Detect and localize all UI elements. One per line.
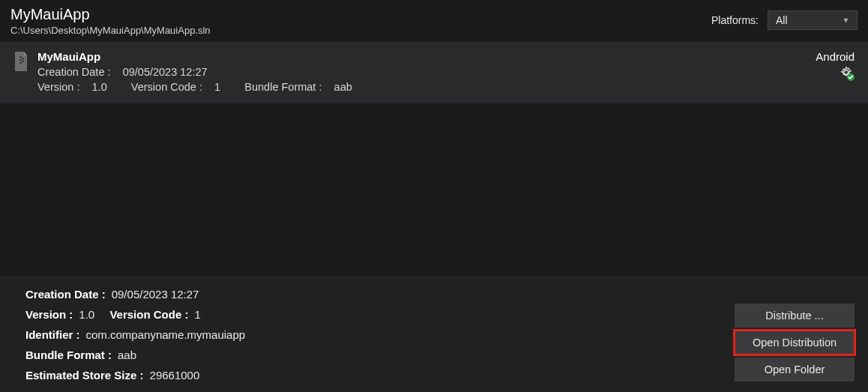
version-value: 1.0 — [92, 81, 107, 93]
detail-creation-date: Creation Date : 09/05/2023 12:27 — [25, 288, 245, 301]
detail-creation-date-value: 09/05/2023 12:27 — [112, 288, 199, 301]
creation-date-label: Creation Date : — [37, 66, 111, 78]
details-list: Creation Date : 09/05/2023 12:27 Version… — [25, 288, 245, 382]
open-distribution-button[interactable]: Open Distribution — [735, 331, 855, 355]
detail-version-row: Version : 1.0 Version Code : 1 — [25, 308, 245, 321]
details-panel: Creation Date : 09/05/2023 12:27 Version… — [0, 277, 868, 392]
distribute-button[interactable]: Distribute ... — [735, 304, 855, 328]
bundle-format-label: Bundle Format : — [244, 81, 322, 93]
detail-identifier: Identifier : com.companyname.mymauiapp — [25, 328, 245, 341]
detail-version-code-value: 1 — [194, 308, 200, 321]
open-folder-button[interactable]: Open Folder — [735, 358, 855, 382]
detail-estimated-size: Estimated Store Size : 29661000 — [25, 369, 245, 382]
detail-version-code-label: Version Code : — [109, 308, 188, 321]
archive-version-line: Version : 1.0 Version Code : 1 Bundle Fo… — [37, 81, 352, 93]
detail-estimated-size-value: 29661000 — [150, 369, 200, 382]
header: MyMauiApp C:\Users\Desktop\MyMauiApp\MyM… — [0, 0, 868, 43]
solution-path: C:\Users\Desktop\MyMauiApp\MyMauiApp.sln — [10, 25, 211, 36]
platforms-selected: All — [776, 14, 788, 26]
archive-name: MyMauiApp — [37, 50, 352, 63]
archive-info: MyMauiApp Creation Date : 09/05/2023 12:… — [37, 50, 352, 93]
app-title: MyMauiApp — [10, 6, 211, 23]
version-code-value: 1 — [214, 81, 220, 93]
archive-item[interactable]: MyMauiApp Creation Date : 09/05/2023 12:… — [0, 43, 868, 103]
platforms-label: Platforms: — [711, 14, 759, 26]
detail-version-value: 1.0 — [79, 308, 94, 321]
header-right: Platforms: All ▼ — [711, 10, 858, 30]
version-code-label: Version Code : — [131, 81, 202, 93]
svg-rect-0 — [19, 56, 22, 58]
svg-rect-1 — [22, 58, 24, 59]
detail-bundle-format-label: Bundle Format : — [25, 349, 112, 361]
detail-bundle-format-value: aab — [118, 349, 136, 361]
svg-rect-2 — [19, 59, 22, 61]
archive-file-icon — [13, 52, 28, 71]
bundle-format-value: aab — [334, 81, 352, 93]
actions-panel: Distribute ... Open Distribution Open Fo… — [735, 304, 855, 382]
chevron-down-icon: ▼ — [843, 16, 849, 24]
platforms-dropdown[interactable]: All ▼ — [768, 10, 858, 30]
detail-creation-date-label: Creation Date : — [25, 288, 106, 301]
archive-creation-date-line: Creation Date : 09/05/2023 12:27 — [37, 66, 352, 78]
archive-left: MyMauiApp Creation Date : 09/05/2023 12:… — [13, 50, 352, 93]
detail-identifier-value: com.companyname.mymauiapp — [86, 328, 246, 341]
creation-date-value: 09/05/2023 12:27 — [123, 66, 208, 78]
archive-right: Android — [816, 50, 855, 81]
platform-name: Android — [816, 50, 855, 63]
svg-rect-4 — [19, 62, 22, 64]
detail-identifier-label: Identifier : — [25, 328, 80, 341]
version-label: Version : — [37, 81, 79, 93]
header-left: MyMauiApp C:\Users\Desktop\MyMauiApp\MyM… — [10, 6, 211, 36]
detail-estimated-size-label: Estimated Store Size : — [25, 369, 144, 382]
detail-version-label: Version : — [25, 308, 73, 321]
detail-bundle-format: Bundle Format : aab — [25, 349, 245, 361]
gear-check-icon — [840, 66, 855, 81]
archive-list-area — [0, 103, 868, 277]
svg-rect-3 — [22, 61, 24, 62]
